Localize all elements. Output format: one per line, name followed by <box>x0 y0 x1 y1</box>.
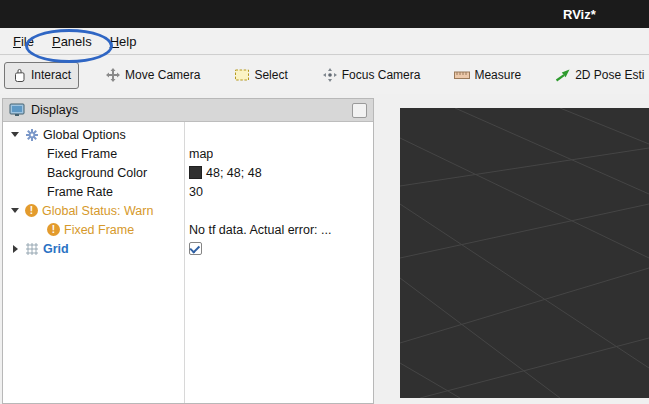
interact-hand-icon <box>12 68 27 83</box>
3d-viewport[interactable] <box>400 108 649 398</box>
interact-tool-button[interactable]: Interact <box>4 62 79 89</box>
toolbar: Interact Move Camera Select Focus Camera… <box>0 56 649 94</box>
tool-label: Move Camera <box>125 68 200 82</box>
displays-panel: Displays Global Options Fixed Frame map … <box>2 98 374 404</box>
menu-file[interactable]: File <box>4 30 43 53</box>
tree-row-label: Frame Rate <box>47 185 113 199</box>
focus-camera-tool-button[interactable]: Focus Camera <box>314 61 429 89</box>
titlebar: RViz* <box>0 0 649 28</box>
displays-tree: Global Options Fixed Frame map Backgroun… <box>3 122 373 258</box>
monitor-icon <box>9 103 25 117</box>
pose-estimate-tool-button[interactable]: 2D Pose Esti <box>547 62 649 88</box>
tool-label: Focus Camera <box>342 68 421 82</box>
select-tool-button[interactable]: Select <box>226 62 295 88</box>
frame-rate-value[interactable]: 30 <box>189 182 203 201</box>
warning-icon <box>25 204 38 217</box>
select-marquee-icon <box>234 68 250 82</box>
panel-title: Displays <box>31 103 78 117</box>
tool-label: 2D Pose Esti <box>575 68 644 82</box>
warning-icon <box>47 223 60 236</box>
tool-label: Select <box>254 68 287 82</box>
viewport-grid-lines <box>400 108 649 398</box>
checkmark-icon <box>189 242 200 253</box>
tree-row-label: Grid <box>43 242 69 256</box>
pose-estimate-arrow-icon <box>555 68 571 82</box>
grid-enabled-value[interactable] <box>189 239 202 258</box>
displays-panel-header[interactable]: Displays <box>3 99 373 122</box>
tree-row-label: Global Options <box>43 128 126 142</box>
fixed-frame-value[interactable]: map <box>189 144 213 163</box>
tree-row-grid[interactable]: Grid <box>3 239 373 258</box>
tree-row-global-options[interactable]: Global Options <box>3 125 373 144</box>
gear-icon <box>25 128 39 142</box>
move-camera-icon <box>105 67 121 83</box>
focus-camera-icon <box>322 67 338 83</box>
tree-row-frame-rate[interactable]: Frame Rate 30 <box>3 182 373 201</box>
color-swatch <box>189 166 202 179</box>
tree-row-label: Global Status: Warn <box>42 204 153 218</box>
rviz-window: RViz* File Panels Help Interact Move Cam… <box>0 0 649 404</box>
tool-label: Measure <box>474 68 521 82</box>
panel-header-button[interactable] <box>352 103 367 118</box>
fixed-frame-status-value: No tf data. Actual error: ... <box>189 220 331 239</box>
menu-panels[interactable]: Panels <box>43 30 101 53</box>
window-title: RViz* <box>563 7 596 22</box>
tree-row-fixed-frame[interactable]: Fixed Frame map <box>3 144 373 163</box>
tool-label: Interact <box>31 68 71 82</box>
grid-icon <box>25 242 39 256</box>
background-color-value[interactable]: 48; 48; 48 <box>189 163 262 182</box>
menubar: File Panels Help <box>0 28 649 55</box>
tree-row-label: Fixed Frame <box>47 147 117 161</box>
expand-arrow-icon[interactable] <box>9 132 21 137</box>
tree-row-background-color[interactable]: Background Color 48; 48; 48 <box>3 163 373 182</box>
collapse-arrow-icon[interactable] <box>9 245 21 253</box>
tree-row-label: Background Color <box>47 166 147 180</box>
menu-help[interactable]: Help <box>101 30 146 53</box>
tree-row-fixed-frame-status[interactable]: Fixed Frame No tf data. Actual error: ..… <box>3 220 373 239</box>
tree-row-global-status[interactable]: Global Status: Warn <box>3 201 373 220</box>
move-camera-tool-button[interactable]: Move Camera <box>97 61 208 89</box>
tree-row-label: Fixed Frame <box>64 223 134 237</box>
measure-ruler-icon <box>454 69 470 81</box>
grid-enabled-checkbox[interactable] <box>189 242 202 255</box>
measure-tool-button[interactable]: Measure <box>446 62 529 88</box>
expand-arrow-icon[interactable] <box>9 208 21 213</box>
